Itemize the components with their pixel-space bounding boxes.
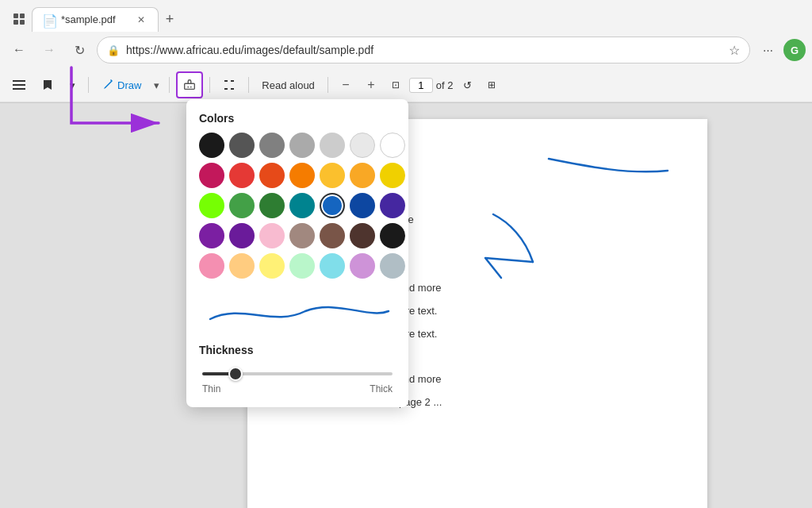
pdf-toolbar: ▾ Draw ▾ xyxy=(0,68,812,102)
color-swatch-gray[interactable] xyxy=(259,133,285,158)
text-select-button[interactable] xyxy=(216,75,242,94)
eraser-button-wrapper xyxy=(176,71,203,98)
color-swatch-yellow-orange[interactable] xyxy=(350,163,375,188)
color-swatch-hot-pink[interactable] xyxy=(199,253,224,279)
svg-rect-7 xyxy=(185,83,195,89)
sidebar-panel xyxy=(0,103,143,508)
stroke-preview-svg xyxy=(202,295,393,327)
active-tab[interactable]: 📄 *sample.pdf ✕ xyxy=(32,7,159,32)
thickness-section: Thickness Thin Thick xyxy=(199,344,396,394)
eraser-button[interactable] xyxy=(176,71,203,98)
color-swatch-black2[interactable] xyxy=(380,223,405,248)
color-swatch-lime[interactable] xyxy=(199,193,224,218)
tab-favicon: 📄 xyxy=(42,13,55,26)
svg-rect-6 xyxy=(13,88,25,90)
tab-bar: 📄 *sample.pdf ✕ + xyxy=(0,0,812,32)
address-bar[interactable]: 🔒 https://www.africau.edu/images/default… xyxy=(97,37,750,64)
color-swatch-blue-gray[interactable] xyxy=(380,253,405,279)
tab-close-button[interactable]: ✕ xyxy=(134,13,148,27)
toolbar-divider-4 xyxy=(248,77,249,93)
color-swatch-brown[interactable] xyxy=(320,223,345,248)
browser-chrome: 📄 *sample.pdf ✕ + ← → ↻ 🔒 https://www.af… xyxy=(0,0,812,103)
color-swatch-orange-red[interactable] xyxy=(259,163,285,188)
colors-section-label: Colors xyxy=(199,112,396,125)
color-swatch-teal[interactable] xyxy=(289,193,315,218)
color-swatch-lightgray[interactable] xyxy=(289,133,315,158)
thin-label: Thin xyxy=(202,383,220,394)
color-swatch-peach[interactable] xyxy=(229,253,255,279)
color-swatch-lavender[interactable] xyxy=(350,253,375,279)
color-swatch-yellow[interactable] xyxy=(380,163,405,188)
slider-labels: Thin Thick xyxy=(202,383,393,394)
color-swatch-dark-green[interactable] xyxy=(259,193,285,218)
color-swatch-crimson[interactable] xyxy=(199,163,224,188)
svg-rect-1 xyxy=(20,13,25,18)
favorites-icon[interactable]: ☆ xyxy=(729,43,740,58)
svg-rect-4 xyxy=(13,80,25,82)
toolbar-divider-5 xyxy=(327,77,328,93)
thickness-label: Thickness xyxy=(199,344,396,356)
color-swatch-blue[interactable] xyxy=(320,193,345,218)
color-swatch-green[interactable] xyxy=(229,193,255,218)
bookmark-button[interactable] xyxy=(35,75,60,94)
color-picker-dropdown: Colors xyxy=(186,99,408,407)
thickness-slider[interactable] xyxy=(202,372,393,375)
toolbar-divider-1 xyxy=(88,77,89,93)
menu-button[interactable] xyxy=(6,75,32,94)
browser-settings-icon[interactable]: ⋯ xyxy=(755,37,780,63)
color-swatch-dark-brown[interactable] xyxy=(350,223,375,248)
bookmark-dropdown[interactable]: ▾ xyxy=(63,76,82,94)
color-swatch-silver[interactable] xyxy=(320,133,345,158)
color-swatch-light-blue[interactable] xyxy=(320,253,345,279)
draw-dropdown-button[interactable]: ▾ xyxy=(151,76,163,94)
profile-button[interactable]: G xyxy=(783,39,806,61)
color-swatch-pink-light[interactable] xyxy=(259,223,285,248)
svg-rect-5 xyxy=(13,84,25,86)
read-aloud-label: Read aloud xyxy=(262,79,315,91)
page-number-input[interactable] xyxy=(409,78,433,93)
svg-rect-3 xyxy=(20,20,25,25)
browser-right-icons: ⋯ G xyxy=(755,37,806,63)
color-swatch-amber[interactable] xyxy=(320,163,345,188)
stroke-preview xyxy=(199,291,396,331)
lock-icon: 🔒 xyxy=(107,44,120,56)
url-text: https://www.africau.edu/images/default/s… xyxy=(126,44,722,56)
color-swatch-tan[interactable] xyxy=(289,223,315,248)
color-swatch-indigo[interactable] xyxy=(380,193,405,218)
toolbar-divider-3 xyxy=(209,77,210,93)
zoom-controls: − + ⊡ xyxy=(335,74,406,96)
rotate-button[interactable]: ↺ xyxy=(457,76,478,94)
color-swatch-black[interactable] xyxy=(199,133,224,158)
read-aloud-button[interactable]: Read aloud xyxy=(255,76,321,94)
draw-label: Draw xyxy=(117,79,141,91)
slider-container: Thin Thick xyxy=(199,364,396,394)
color-swatch-darkgray[interactable] xyxy=(229,133,255,158)
color-swatch-dark-purple[interactable] xyxy=(229,223,255,248)
view-pages-button[interactable]: ⊞ xyxy=(481,76,502,94)
color-swatch-dark-blue[interactable] xyxy=(350,193,375,218)
color-swatch-purple[interactable] xyxy=(199,223,224,248)
color-swatch-light-yellow[interactable] xyxy=(259,253,285,279)
color-swatch-red[interactable] xyxy=(229,163,255,188)
address-bar-row: ← → ↻ 🔒 https://www.africau.edu/images/d… xyxy=(0,32,812,68)
color-swatch-nearwhite[interactable] xyxy=(350,133,375,158)
page-total: of 2 xyxy=(436,79,454,91)
forward-button[interactable]: → xyxy=(36,37,62,63)
color-swatch-mint[interactable] xyxy=(289,253,315,279)
back-button[interactable]: ← xyxy=(6,37,32,63)
new-tab-button[interactable]: + xyxy=(159,8,181,30)
page-info: of 2 xyxy=(409,78,454,93)
tab-title: *sample.pdf xyxy=(61,13,128,25)
color-swatch-white[interactable] xyxy=(380,133,405,158)
draw-button[interactable]: Draw xyxy=(95,75,147,94)
color-swatch-orange[interactable] xyxy=(289,163,315,188)
toolbar-divider-2 xyxy=(169,77,170,93)
zoom-out-button[interactable]: − xyxy=(335,74,357,96)
tab-grid-button[interactable] xyxy=(6,6,32,32)
svg-rect-0 xyxy=(13,13,18,18)
thick-label: Thick xyxy=(370,383,393,394)
zoom-in-button[interactable]: + xyxy=(360,74,382,96)
refresh-button[interactable]: ↻ xyxy=(67,37,92,63)
colors-grid xyxy=(199,133,396,279)
fit-page-button[interactable]: ⊡ xyxy=(385,76,406,94)
